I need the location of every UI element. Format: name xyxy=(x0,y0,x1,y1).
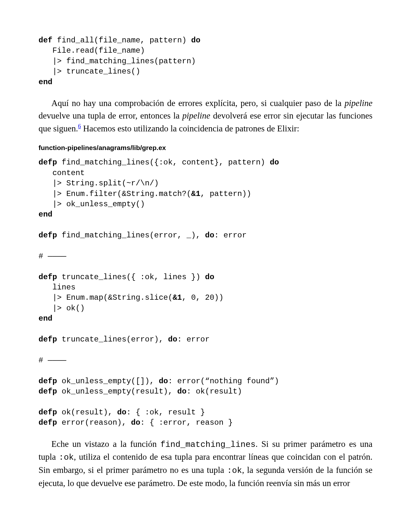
code-block-grep: defp find_matching_lines({:ok, content},… xyxy=(39,157,372,428)
inline-code-find-matching-lines: find_matching_lines xyxy=(160,440,255,449)
code-line: lines xyxy=(39,283,75,292)
code-text: : error(“nothing found”) xyxy=(168,377,279,386)
file-path-label: function-pipelines/anagrams/lib/grep.ex xyxy=(39,144,372,152)
code-text: error(reason), xyxy=(57,418,131,427)
code-line: |> truncate_lines() xyxy=(39,67,140,76)
italic-pipeline: pipeline xyxy=(345,98,372,108)
keyword-defp: defp xyxy=(39,387,57,396)
code-text: : ok(result) xyxy=(187,387,242,396)
keyword-defp: defp xyxy=(39,418,57,427)
keyword-amp1: &1 xyxy=(191,190,200,198)
keyword-amp1: &1 xyxy=(173,293,182,302)
page: def find_all(file_name, pattern) do File… xyxy=(0,0,411,532)
code-line: |> ok() xyxy=(39,304,85,313)
inline-code-ok-atom: :ok xyxy=(227,466,242,475)
code-text: : error xyxy=(177,335,210,344)
italic-pipeline: pipeline xyxy=(182,111,210,120)
keyword-def: def xyxy=(39,36,52,45)
text: devuelve una tupla de error, entonces la xyxy=(39,111,182,120)
keyword-defp: defp xyxy=(39,158,57,167)
code-text: : { :error, reason } xyxy=(140,418,233,427)
keyword-end: end xyxy=(39,78,52,86)
keyword-defp: defp xyxy=(39,335,57,344)
keyword-end: end xyxy=(39,210,52,219)
keyword-do: do xyxy=(205,273,214,281)
code-text: |> Enum.map(&String.slice( xyxy=(39,293,173,302)
code-line: File.read(file_name) xyxy=(39,46,145,55)
keyword-do: do xyxy=(205,231,214,240)
code-text: : error xyxy=(214,231,247,240)
footnote-link-6[interactable]: 6 xyxy=(78,123,81,129)
keyword-do: do xyxy=(117,408,127,417)
code-text: find_matching_lines({:ok, content}, patt… xyxy=(57,158,270,167)
keyword-do: do xyxy=(177,387,187,396)
keyword-do: do xyxy=(159,377,168,386)
code-text: ok_unless_empty([]), xyxy=(57,377,159,386)
keyword-do: do xyxy=(270,158,279,167)
code-text: find_matching_lines(error, _), xyxy=(57,231,205,240)
keyword-defp: defp xyxy=(39,231,57,240)
code-block-find-all: def find_all(file_name, pattern) do File… xyxy=(39,35,372,87)
code-line: |> ok_unless_empty() xyxy=(39,200,145,208)
keyword-defp: defp xyxy=(39,408,57,417)
code-line: content xyxy=(39,169,85,177)
keyword-defp: defp xyxy=(39,377,57,386)
code-comment: # ———— xyxy=(39,356,66,365)
code-text: truncate_lines({ :ok, lines }) xyxy=(57,273,205,281)
code-line: |> find_matching_lines(pattern) xyxy=(39,57,196,66)
code-line: |> String.split(~r/\n/) xyxy=(39,179,159,188)
inline-code-ok-atom: :ok xyxy=(59,453,74,462)
text: Eche un vistazo a la función xyxy=(51,439,160,449)
code-text: ok_unless_empty(result), xyxy=(57,387,177,396)
code-text: , 0, 20)) xyxy=(182,293,223,302)
text: Hacemos esto utilizando la coincidencia … xyxy=(81,124,299,133)
code-text: find_all(file_name, pattern) xyxy=(52,36,191,45)
paragraph-2: Eche un vistazo a la función find_matchi… xyxy=(39,438,372,490)
text: Aquí no hay una comprobación de errores … xyxy=(51,98,345,108)
code-text: |> Enum.filter(&String.match?( xyxy=(39,190,191,198)
code-comment: # ———— xyxy=(39,252,66,261)
keyword-end: end xyxy=(39,314,52,323)
keyword-do: do xyxy=(191,36,200,45)
code-text: : { :ok, result } xyxy=(127,408,205,417)
code-text: , pattern)) xyxy=(200,190,251,198)
paragraph-1: Aquí no hay una comprobación de errores … xyxy=(39,97,372,135)
keyword-defp: defp xyxy=(39,273,57,281)
keyword-do: do xyxy=(131,418,140,427)
keyword-do: do xyxy=(168,335,177,344)
code-text: truncate_lines(error), xyxy=(57,335,168,344)
code-text: ok(result), xyxy=(57,408,117,417)
